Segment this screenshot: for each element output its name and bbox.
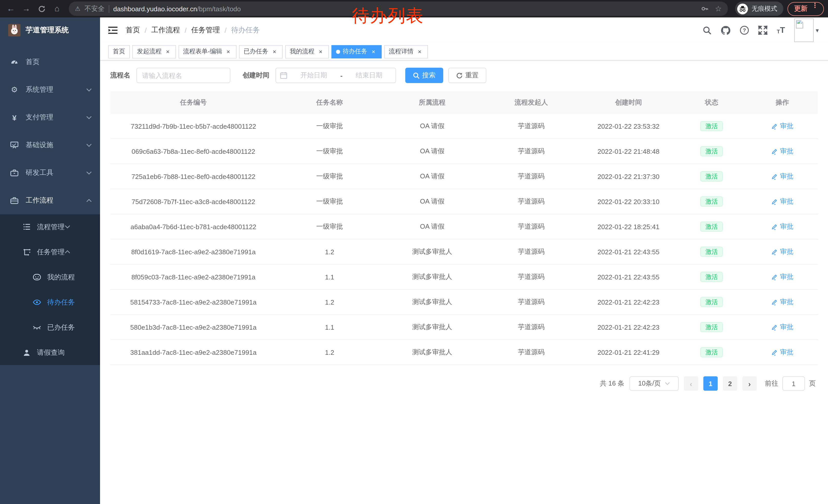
tab-label: 流程详情 (389, 47, 413, 56)
sidebar-item-workflow[interactable]: 工作流程 (0, 187, 100, 214)
app-logo-row[interactable]: 芋道管理系统 (0, 17, 100, 43)
browser-update-button[interactable]: 更新 ⋮ (787, 2, 824, 16)
page-size-select[interactable]: 10条/页 (629, 376, 679, 391)
sidebar-item-task-mgmt[interactable]: 任务管理 (0, 239, 100, 265)
approve-link-label: 审批 (780, 122, 793, 131)
cell-task-name: 一级审批 (277, 189, 383, 214)
prev-page-button[interactable]: ‹ (684, 376, 698, 391)
approve-link[interactable]: 审批 (771, 348, 793, 357)
sidebar-item-payment[interactable]: ¥ 支付管理 (0, 103, 100, 131)
eye-icon (33, 300, 41, 305)
sidebar-item-leave-query[interactable]: 请假查询 (0, 340, 100, 365)
tab[interactable]: 我的流程 × (285, 45, 329, 58)
approve-link[interactable]: 审批 (771, 172, 793, 181)
approve-link[interactable]: 审批 (771, 297, 793, 307)
col-starter: 流程发起人 (482, 91, 581, 114)
page-2-button[interactable]: 2 (723, 376, 737, 391)
user-avatar-menu[interactable]: ▼ (794, 18, 820, 42)
approve-link[interactable]: 审批 (771, 147, 793, 156)
start-date-placeholder[interactable]: 开始日期 (291, 71, 336, 80)
approve-link[interactable]: 审批 (771, 222, 793, 231)
sidebar-item-devtools[interactable]: 研发工具 (0, 159, 100, 187)
tab-close-icon[interactable]: × (164, 48, 171, 55)
browser-forward-icon[interactable]: → (19, 2, 33, 15)
sidebar-item-todo-task[interactable]: 待办任务 (0, 290, 100, 315)
select-caret-icon (665, 382, 670, 385)
breadcrumb-task-mgmt[interactable]: 任务管理 (191, 26, 220, 35)
incognito-icon (737, 3, 748, 14)
approve-link[interactable]: 审批 (771, 322, 793, 332)
tab-close-icon[interactable]: × (225, 48, 232, 55)
cell-starter: 芋道源码 (482, 189, 581, 214)
approve-link[interactable]: 审批 (771, 247, 793, 256)
tab[interactable]: 首页 × (108, 45, 130, 58)
monitor-icon (10, 141, 18, 149)
browser-back-icon[interactable]: ← (4, 2, 17, 15)
sidebar-item-system[interactable]: ⚙ 系统管理 (0, 76, 100, 103)
app-logo-rabbit-image (8, 24, 20, 36)
sidebar-item-home[interactable]: 首页 (0, 48, 100, 76)
end-date-placeholder[interactable]: 结束日期 (346, 71, 391, 80)
sidebar-item-infra[interactable]: 基础设施 (0, 131, 100, 159)
approve-link[interactable]: 审批 (771, 122, 793, 131)
breadcrumb-home[interactable]: 首页 (126, 26, 140, 35)
help-question-icon[interactable]: ? (740, 26, 749, 35)
browser-reload-icon[interactable] (35, 2, 48, 15)
tab[interactable]: 已办任务 × (239, 45, 283, 58)
search-button[interactable]: 搜索 (405, 68, 443, 83)
sidebar-item-label: 流程管理 (37, 222, 65, 231)
workflow-submenu: 流程管理 任务管理 我的流程 (0, 214, 100, 365)
cell-task-name: 1.2 (277, 340, 383, 365)
date-range-picker[interactable]: 开始日期 - 结束日期 (276, 68, 396, 83)
breadcrumb-workflow[interactable]: 工作流程 (151, 26, 180, 35)
cell-task-name: 1.2 (277, 239, 383, 264)
sidebar-item-label: 待办任务 (47, 297, 75, 307)
tab-close-icon[interactable]: × (317, 48, 324, 55)
sidebar-item-my-process[interactable]: 我的流程 (0, 265, 100, 290)
url-separator (109, 5, 109, 12)
toolbox-icon (10, 169, 18, 176)
tags-view: 首页 × 发起流程 × 流程表单-编辑 × (100, 43, 828, 60)
date-range-separator: - (340, 72, 343, 79)
chevron-up-icon (86, 199, 92, 202)
tab[interactable]: 流程表单-编辑 × (178, 45, 237, 58)
cell-created-time: 2022-01-22 23:53:32 (581, 114, 676, 138)
cell-process: OA 请假 (383, 114, 482, 138)
fullscreen-icon[interactable] (758, 26, 768, 35)
sidebar-item-done-task[interactable]: 已办任务 (0, 315, 100, 340)
status-badge: 激活 (700, 146, 723, 156)
cell-task-name: 1.2 (277, 290, 383, 314)
reset-button[interactable]: 重置 (448, 68, 486, 83)
browser-menu-icon[interactable]: ⋮ (812, 2, 818, 15)
next-page-button[interactable]: › (742, 376, 757, 391)
pagination: 共 16 条 10条/页 ‹ 1 2 › 前往 页 (110, 373, 816, 394)
cell-task-id: 381aa1dd-7ac8-11ec-a9e2-a2380e71991a (110, 340, 277, 365)
process-name-input[interactable] (136, 68, 230, 83)
goto-page-input[interactable] (782, 376, 805, 391)
not-secure-warning-icon[interactable]: ⚠ (75, 5, 81, 12)
cell-process: 测试多审批人 (383, 265, 482, 289)
approve-link[interactable]: 审批 (771, 272, 793, 281)
page-1-button[interactable]: 1 (703, 376, 718, 391)
tab-close-icon[interactable]: × (370, 48, 377, 55)
tab[interactable]: 流程详情 × (384, 45, 428, 58)
approve-link[interactable]: 审批 (771, 197, 793, 206)
github-icon[interactable] (721, 26, 731, 35)
tab-close-icon[interactable]: × (416, 48, 423, 55)
header-search-icon[interactable] (703, 26, 711, 35)
tab[interactable]: 发起流程 × (132, 45, 176, 58)
cell-created-time: 2022-01-22 21:37:30 (581, 164, 676, 189)
bookmark-star-icon[interactable]: ☆ (715, 4, 722, 13)
sidebar-item-process-mgmt[interactable]: 流程管理 (0, 214, 100, 239)
table-row: 580e1b3d-7ac8-11ec-a9e2-a2380e71991a 1.1… (110, 315, 818, 340)
sidebar-collapse-icon[interactable] (108, 26, 118, 34)
font-size-icon[interactable]: TT (777, 26, 785, 34)
sidebar: 芋道管理系统 首页 ⚙ 系统管理 ¥ 支付管理 (0, 17, 100, 504)
dashboard-icon (10, 58, 18, 66)
tab-close-icon[interactable]: × (271, 48, 278, 55)
tab[interactable]: 待办任务 × (331, 45, 382, 58)
browser-home-icon[interactable]: ⌂ (50, 2, 64, 15)
key-icon[interactable] (701, 5, 709, 13)
goto-label: 前往 (765, 379, 778, 388)
table-row: 725a1eb6-7b88-11ec-8ef0-acde48001122 一级审… (110, 164, 818, 189)
